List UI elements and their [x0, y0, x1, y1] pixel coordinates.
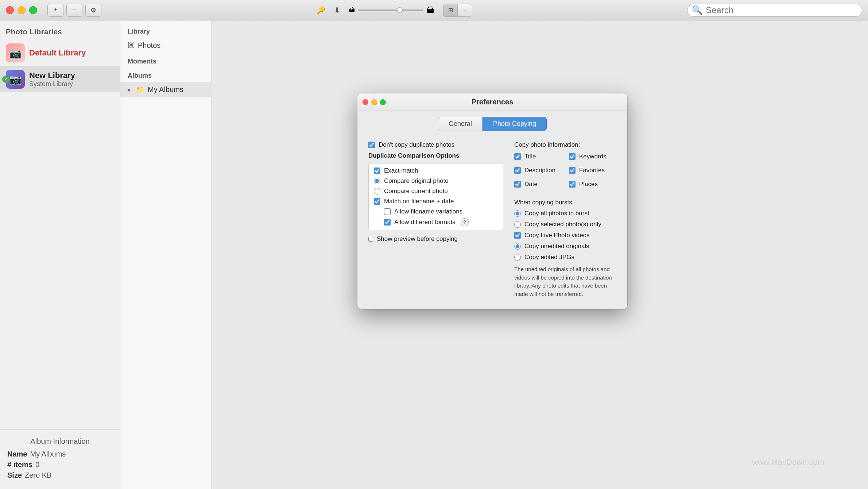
show-preview-checkbox[interactable]	[368, 237, 373, 242]
size-value: Zero KB	[25, 471, 51, 480]
compare-original-radio[interactable]	[374, 178, 380, 184]
library-info-default: Default Library	[29, 48, 86, 58]
search-box[interactable]: 🔍	[687, 4, 862, 17]
copy-unedited-row: Copy unedited originals	[514, 243, 616, 250]
copy-live-photo-row: Copy Live Photo videos	[514, 232, 616, 239]
close-button[interactable]	[6, 6, 14, 14]
show-preview-label: Show preview before copying	[377, 235, 458, 243]
library-name-new: New Library	[29, 71, 75, 80]
copy-all-burst-radio[interactable]	[514, 210, 521, 217]
dialog-minimize-button[interactable]	[371, 99, 377, 105]
favorites-row: Favorites	[569, 167, 616, 174]
originals-section: Copy unedited originals Copy edited JPGs	[514, 243, 616, 261]
allow-different-formats-checkbox[interactable]	[384, 219, 391, 226]
minimize-button[interactable]	[18, 6, 26, 14]
active-checkmark: ✓	[2, 76, 9, 83]
title-bar: + − ⚙ 🔑 ⬇ 🏔 🏔 ⊞ ≡ 🔍	[0, 0, 868, 20]
tab-general[interactable]: General	[438, 117, 483, 131]
title-row: Title	[514, 153, 562, 160]
favorites-checkbox[interactable]	[569, 167, 576, 174]
title-checkbox[interactable]	[514, 153, 521, 160]
places-checkbox[interactable]	[569, 181, 576, 188]
dialog-close-button[interactable]	[363, 99, 368, 105]
keywords-checkbox[interactable]	[569, 153, 576, 160]
match-filename-label: Match on filename + date	[384, 198, 454, 205]
library-info-new: New Library System Library	[29, 71, 75, 88]
match-filename-checkbox[interactable]	[374, 198, 380, 205]
dialog-right-panel: Copy photo information: Title Keywords	[514, 141, 616, 298]
libraries-panel: Photo Libraries 📷 Default Library ✓ 📷 Ne…	[0, 20, 120, 489]
description-checkbox[interactable]	[514, 167, 521, 174]
exact-match-checkbox[interactable]	[374, 168, 380, 174]
photos-icon: 🖼	[128, 42, 134, 49]
compare-original-label: Compare original photo	[384, 177, 449, 185]
folder-icon: 📁	[136, 86, 144, 94]
zoom-slider[interactable]: 🏔 🏔	[349, 5, 434, 15]
slider-track[interactable]	[358, 9, 423, 11]
dont-copy-duplicates-row: Don't copy duplicate photos	[368, 141, 503, 149]
copy-live-photo-checkbox[interactable]	[514, 232, 521, 239]
bursts-title: When copying bursts:	[514, 199, 616, 206]
library-name-default: Default Library	[29, 48, 86, 58]
copy-live-photo-label: Copy Live Photo videos	[524, 232, 590, 239]
image-small-icon: 🏔	[349, 7, 355, 14]
nav-item-photos[interactable]: 🖼 Photos	[120, 38, 211, 53]
search-icon: 🔍	[692, 5, 703, 15]
album-info-name-row: Name My Albums	[7, 450, 113, 458]
name-label: Name	[7, 450, 27, 458]
traffic-lights	[6, 6, 37, 14]
expand-arrow-icon: ▶	[128, 87, 131, 92]
minus-button[interactable]: −	[66, 4, 82, 17]
copy-edited-jpgs-radio[interactable]	[514, 254, 521, 261]
key-icon: 🔑	[316, 6, 325, 15]
dont-copy-duplicates-checkbox[interactable]	[368, 142, 375, 148]
list-view-button[interactable]: ≡	[458, 4, 472, 17]
copy-selected-burst-row: Copy selected photo(s) only	[514, 221, 616, 228]
keywords-label: Keywords	[579, 153, 607, 160]
view-toggle: ⊞ ≡	[443, 4, 472, 17]
copy-selected-burst-label: Copy selected photo(s) only	[524, 221, 601, 228]
description-row: Description	[514, 167, 562, 174]
date-checkbox[interactable]	[514, 181, 521, 188]
search-input[interactable]	[706, 5, 857, 15]
items-label: # items	[7, 461, 32, 469]
dialog-tabs: General Photo Copying	[357, 111, 627, 135]
camera-icon-new: 📷	[9, 73, 22, 85]
exact-match-label: Exact match	[384, 167, 418, 174]
copy-selected-burst-radio[interactable]	[514, 221, 521, 228]
date-label: Date	[524, 181, 538, 188]
keywords-row: Keywords	[569, 153, 616, 160]
watermark: www.MacDown.com	[752, 458, 824, 467]
toolbar-buttons: + − ⚙	[47, 4, 101, 17]
help-icon[interactable]: ?	[461, 218, 469, 226]
library-item-new[interactable]: ✓ 📷 New Library System Library	[0, 66, 120, 92]
album-info-title: Album Information	[7, 437, 113, 446]
albums-section-header: Albums	[120, 68, 211, 82]
maximize-button[interactable]	[29, 6, 37, 14]
compare-original-row: Compare original photo	[374, 177, 498, 185]
action-button[interactable]: ⚙	[85, 4, 101, 17]
dialog-maximize-button[interactable]	[380, 99, 386, 105]
image-large-icon: 🏔	[426, 5, 434, 15]
photos-label: Photos	[138, 41, 160, 50]
size-label: Size	[7, 471, 22, 480]
copy-unedited-radio[interactable]	[514, 243, 521, 250]
preferences-dialog: Preferences General Photo Copying Don't …	[357, 93, 627, 309]
slider-thumb[interactable]	[397, 7, 402, 12]
album-info-items-row: # items 0	[7, 461, 113, 469]
library-item-default[interactable]: 📷 Default Library	[0, 40, 120, 66]
main-content: Preferences General Photo Copying Don't …	[212, 20, 868, 489]
import-icon: ⬇	[334, 6, 340, 15]
compare-current-radio[interactable]	[374, 188, 380, 195]
tab-photo-copying[interactable]: Photo Copying	[483, 117, 547, 131]
grid-view-button[interactable]: ⊞	[443, 4, 458, 17]
allow-filename-variations-row: Allow filename variations	[384, 208, 498, 215]
dont-copy-duplicates-label: Don't copy duplicate photos	[379, 141, 454, 149]
nav-item-my-albums[interactable]: ▶ 📁 My Albums	[120, 82, 211, 97]
add-button[interactable]: +	[47, 4, 63, 17]
places-label: Places	[579, 181, 598, 188]
allow-different-formats-row: Allow different formats ?	[384, 218, 498, 226]
allow-filename-variations-checkbox[interactable]	[384, 208, 391, 215]
show-preview-row: Show preview before copying	[368, 235, 503, 243]
dialog-left-panel: Don't copy duplicate photos Duplicate Co…	[368, 141, 503, 298]
